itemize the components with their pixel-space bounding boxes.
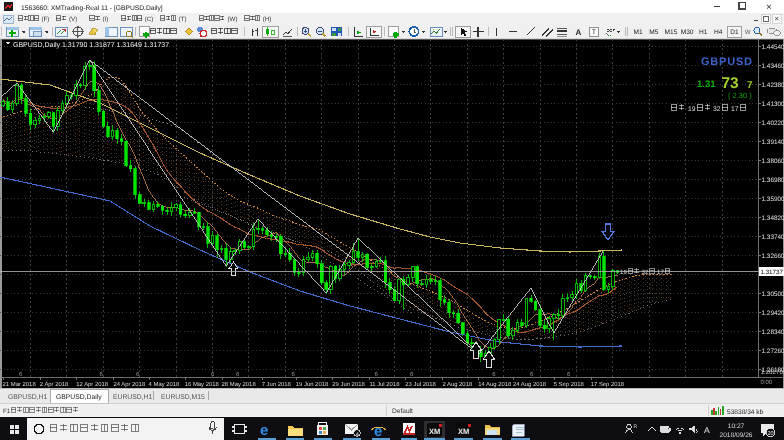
svg-text:M15: M15 [665, 29, 678, 36]
svg-text:14 Aug 2018: 14 Aug 2018 [478, 381, 512, 388]
svg-text:24 Aug 2018: 24 Aug 2018 [513, 381, 547, 388]
svg-text:1.41300: 1.41300 [762, 101, 784, 108]
svg-text:1.42380: 1.42380 [762, 82, 784, 89]
svg-text:16 May 2018: 16 May 2018 [185, 381, 220, 388]
svg-text:2 Aug 2018: 2 Aug 2018 [442, 381, 473, 388]
svg-text:53838/34 kb: 53838/34 kb [727, 409, 764, 416]
svg-text:10:27: 10:27 [728, 423, 745, 430]
svg-text:EURUSD,M15: EURUSD,M15 [161, 394, 205, 401]
svg-text:Default: Default [392, 408, 413, 415]
svg-text:D1: D1 [730, 29, 739, 36]
svg-text:R: R [634, 424, 638, 430]
svg-text:(F): (F) [41, 16, 49, 23]
svg-text:EURUSD,H1: EURUSD,H1 [113, 394, 152, 401]
svg-text:T: T [592, 29, 597, 36]
svg-text:1.32660: 1.32660 [762, 253, 784, 260]
svg-text:17: 17 [657, 269, 664, 276]
svg-text:1.28340: 1.28340 [762, 329, 784, 336]
svg-text:H1: H1 [699, 29, 708, 36]
svg-text:F1: F1 [3, 408, 11, 415]
svg-text:29 Jun 2018: 29 Jun 2018 [332, 381, 365, 388]
svg-text:A: A [576, 28, 582, 37]
svg-text:12 Apr 2018: 12 Apr 2018 [76, 381, 108, 388]
svg-text:32: 32 [713, 106, 721, 113]
svg-text:2 Apr 2018: 2 Apr 2018 [40, 381, 69, 388]
svg-text:A: A [704, 425, 710, 435]
svg-text:23 Jul 2018: 23 Jul 2018 [405, 381, 436, 388]
svg-text:0:00: 0:00 [761, 379, 773, 386]
svg-text:73: 73 [722, 75, 740, 92]
svg-text:4: 4 [356, 432, 359, 438]
svg-text:1.31737: 1.31737 [761, 269, 784, 276]
svg-text:e: e [374, 423, 382, 440]
svg-text:5 Sep 2018: 5 Sep 2018 [554, 381, 585, 388]
svg-text:GBPUSD: GBPUSD [701, 56, 753, 68]
svg-text:1.30500: 1.30500 [762, 291, 784, 298]
svg-text:GBPUSD,Daily: GBPUSD,Daily [56, 394, 102, 401]
svg-text:1.44540: 1.44540 [762, 44, 784, 51]
svg-text:XM: XM [429, 427, 440, 436]
svg-text:1.34820: 1.34820 [762, 215, 784, 222]
svg-text:19 Jun 2018: 19 Jun 2018 [296, 381, 329, 388]
svg-text:1.36980: 1.36980 [762, 177, 784, 184]
svg-text:1563660: XMTrading-Real 11 - [: 1563660: XMTrading-Real 11 - [GBPUSD,Dai… [21, 5, 163, 12]
svg-text:H4: H4 [714, 29, 723, 36]
svg-text:2018/09/26: 2018/09/26 [719, 432, 752, 439]
svg-text:17: 17 [731, 106, 739, 113]
svg-text:(H): (H) [263, 16, 272, 23]
svg-text:20: 20 [767, 431, 773, 437]
svg-text:1.33740: 1.33740 [762, 234, 784, 241]
svg-text:(W): (W) [228, 16, 238, 23]
svg-text:1.35900: 1.35900 [762, 196, 784, 203]
svg-text:×: × [775, 14, 779, 23]
svg-text:11 Jul 2018: 11 Jul 2018 [369, 381, 400, 388]
svg-text:21 Mar 2018: 21 Mar 2018 [3, 381, 37, 388]
svg-text:(T): (T) [179, 16, 187, 23]
svg-text:19: 19 [688, 106, 696, 113]
svg-text:7: 7 [747, 80, 753, 91]
svg-text:(I): (I) [103, 16, 109, 23]
svg-text:XM: XM [458, 427, 469, 436]
svg-text:7 Jun 2018: 7 Jun 2018 [262, 381, 292, 388]
svg-text:19: 19 [620, 269, 627, 276]
svg-text:32: 32 [642, 269, 649, 276]
svg-text:4 May 2018: 4 May 2018 [149, 381, 181, 388]
svg-text:1.31: 1.31 [697, 79, 716, 90]
svg-text:1.39140: 1.39140 [762, 139, 784, 146]
svg-text:GBPUSD,Daily 1.31790 1.31877: GBPUSD,Daily 1.31790 1.31877 1.31649 1.3… [13, 41, 169, 49]
svg-text:1.43460: 1.43460 [762, 63, 784, 70]
svg-text:e: e [260, 422, 268, 439]
svg-text:M30: M30 [681, 29, 694, 36]
svg-text:×: × [766, 2, 772, 13]
svg-text:M1: M1 [633, 29, 642, 36]
svg-text:( 2.30 ): ( 2.30 ) [728, 91, 752, 100]
svg-text:1.29420: 1.29420 [762, 310, 784, 317]
svg-text:(C): (C) [145, 16, 154, 23]
svg-text:(V): (V) [69, 16, 77, 23]
svg-text:24 Apr 2018: 24 Apr 2018 [113, 381, 145, 388]
svg-text:M5: M5 [649, 29, 658, 36]
svg-text:GBPUSD,H1: GBPUSD,H1 [8, 394, 48, 401]
svg-text:W: W [745, 29, 751, 36]
svg-text:1.27260: 1.27260 [762, 348, 784, 355]
svg-text:1.40220: 1.40220 [762, 120, 784, 127]
svg-text:17 Sep 2018: 17 Sep 2018 [591, 381, 625, 388]
svg-text:28 May 2018: 28 May 2018 [222, 381, 257, 388]
svg-text:1.38060: 1.38060 [762, 158, 784, 165]
svg-text:1.26270: 1.26270 [761, 369, 784, 376]
